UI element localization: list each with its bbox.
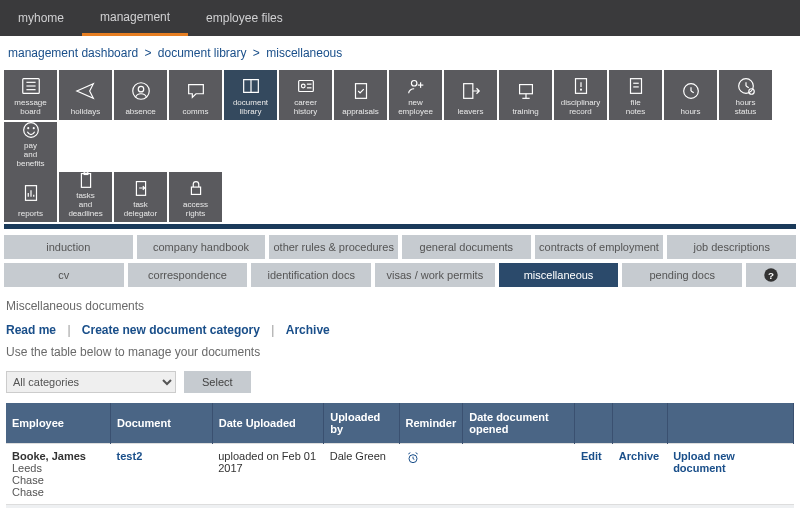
cell-uploaded-by: Dale Green bbox=[324, 505, 399, 509]
tile-appraisals[interactable]: appraisals bbox=[334, 70, 387, 120]
tile-label: comms bbox=[183, 107, 209, 116]
alarm-icon[interactable] bbox=[405, 456, 421, 468]
category-identification-docs[interactable]: identification docs bbox=[251, 263, 371, 287]
svg-point-32 bbox=[27, 128, 28, 129]
tile-label: filenotes bbox=[626, 98, 646, 116]
table-header-row: EmployeeDocumentDate UploadedUploaded by… bbox=[6, 403, 794, 444]
col-header bbox=[613, 403, 667, 444]
svg-line-29 bbox=[746, 86, 749, 88]
category-job-descriptions[interactable]: job descriptions bbox=[667, 235, 796, 259]
col-header: Date Uploaded bbox=[212, 403, 323, 444]
board-icon bbox=[515, 74, 537, 107]
smile-icon bbox=[20, 119, 42, 141]
tile-reports[interactable]: reports bbox=[4, 172, 57, 222]
svg-point-11 bbox=[411, 81, 417, 87]
tile-task-delegator[interactable]: taskdelegator bbox=[114, 172, 167, 222]
col-header: Document bbox=[111, 403, 213, 444]
svg-line-47 bbox=[408, 453, 410, 454]
svg-rect-21 bbox=[630, 79, 641, 94]
tile-leavers[interactable]: leavers bbox=[444, 70, 497, 120]
cell-edit: Edit bbox=[575, 505, 613, 509]
col-header: Reminder bbox=[399, 403, 463, 444]
svg-point-5 bbox=[138, 86, 144, 92]
check-doc-icon bbox=[350, 74, 372, 107]
category-induction[interactable]: induction bbox=[4, 235, 133, 259]
archive-link[interactable]: Archive bbox=[286, 323, 330, 337]
top-nav-item-employee-files[interactable]: employee files bbox=[188, 0, 301, 36]
tile-label: accessrights bbox=[183, 200, 208, 218]
tile-label: documentlibrary bbox=[233, 98, 268, 116]
help-button[interactable]: ? bbox=[746, 263, 796, 287]
filter-controls: All categories Select bbox=[0, 367, 800, 403]
cell-upload bbox=[667, 505, 793, 509]
col-header: Date document opened bbox=[463, 403, 575, 444]
tile-label: reports bbox=[18, 209, 43, 218]
breadcrumb-link-1[interactable]: document library bbox=[158, 46, 247, 60]
tile-hours[interactable]: hours bbox=[664, 70, 717, 120]
svg-line-26 bbox=[691, 91, 694, 93]
tile-row: reportstasksanddeadlinestaskdelegatoracc… bbox=[0, 172, 800, 222]
category-cv[interactable]: cv bbox=[4, 263, 124, 287]
tile-access-rights[interactable]: accessrights bbox=[169, 172, 222, 222]
tile-label: hoursstatus bbox=[735, 98, 756, 116]
category-other-rules-procedures[interactable]: other rules & procedures bbox=[269, 235, 398, 259]
upload-link[interactable]: Upload new document bbox=[673, 450, 735, 474]
tile-disciplinary-record[interactable]: disciplinaryrecord bbox=[554, 70, 607, 120]
cell-reminder bbox=[399, 505, 463, 509]
tile-label: newemployee bbox=[398, 98, 433, 116]
svg-point-33 bbox=[33, 128, 34, 129]
book-icon bbox=[240, 74, 262, 98]
tile-row: messageboardholidaysabsencecommsdocument… bbox=[0, 70, 800, 172]
create-category-link[interactable]: Create new document category bbox=[82, 323, 260, 337]
tile-holidays[interactable]: holidays bbox=[59, 70, 112, 120]
tile-tasks-and-deadlines[interactable]: tasksanddeadlines bbox=[59, 172, 112, 222]
breadcrumb-link-0[interactable]: management dashboard bbox=[8, 46, 138, 60]
category-general-documents[interactable]: general documents bbox=[402, 235, 531, 259]
id-icon bbox=[295, 74, 317, 98]
svg-line-46 bbox=[413, 459, 414, 460]
category-filter-select[interactable]: All categories bbox=[6, 371, 176, 393]
breadcrumb-link-2[interactable]: miscellaneous bbox=[266, 46, 342, 60]
readme-link[interactable]: Read me bbox=[6, 323, 56, 337]
category-visas-work-permits[interactable]: visas / work permits bbox=[375, 263, 495, 287]
tile-comms[interactable]: comms bbox=[169, 70, 222, 120]
cell-edit: Edit bbox=[575, 444, 613, 505]
top-nav-item-management[interactable]: management bbox=[82, 0, 188, 36]
tile-file-notes[interactable]: filenotes bbox=[609, 70, 662, 120]
divider-bar bbox=[4, 224, 796, 229]
tile-label: careerhistory bbox=[294, 98, 318, 116]
tile-hours-status[interactable]: hoursstatus bbox=[719, 70, 772, 120]
tile-pay-and-benefits[interactable]: payandbenefits bbox=[4, 122, 57, 172]
tile-document-library[interactable]: documentlibrary bbox=[224, 70, 277, 120]
tile-message-board[interactable]: messageboard bbox=[4, 70, 57, 120]
tile-label: tasksanddeadlines bbox=[68, 191, 102, 218]
archive-link[interactable]: Archive bbox=[619, 450, 659, 462]
tile-label: leavers bbox=[458, 107, 484, 116]
svg-point-7 bbox=[301, 84, 305, 88]
tile-label: payandbenefits bbox=[16, 141, 44, 168]
select-button[interactable]: Select bbox=[184, 371, 251, 393]
link-sep: | bbox=[271, 323, 274, 337]
category-row: cvcorrespondenceidentification docsvisas… bbox=[4, 263, 796, 287]
section-title: Miscellaneous documents bbox=[0, 291, 800, 317]
top-nav-item-myhome[interactable]: myhome bbox=[0, 0, 82, 36]
category-company-handbook[interactable]: company handbook bbox=[137, 235, 266, 259]
tile-training[interactable]: training bbox=[499, 70, 552, 120]
category-correspondence[interactable]: correspondence bbox=[128, 263, 248, 287]
category-contracts-of-employment[interactable]: contracts of employment bbox=[535, 235, 664, 259]
col-header: Uploaded by bbox=[324, 403, 399, 444]
tile-career-history[interactable]: careerhistory bbox=[279, 70, 332, 120]
category-miscellaneous[interactable]: miscellaneous bbox=[499, 263, 619, 287]
document-link[interactable]: test2 bbox=[117, 450, 143, 462]
list-icon bbox=[20, 74, 42, 98]
tile-new-employee[interactable]: newemployee bbox=[389, 70, 442, 120]
tile-label: training bbox=[512, 107, 538, 116]
svg-text:?: ? bbox=[768, 270, 774, 281]
category-pending-docs[interactable]: pending docs bbox=[622, 263, 742, 287]
tile-absence[interactable]: absence bbox=[114, 70, 167, 120]
category-row: inductioncompany handbookother rules & p… bbox=[4, 235, 796, 259]
col-header: Employee bbox=[6, 403, 111, 444]
edit-link[interactable]: Edit bbox=[581, 450, 602, 462]
top-nav: myhomemanagementemployee files bbox=[0, 0, 800, 36]
tile-label: messageboard bbox=[14, 98, 46, 116]
